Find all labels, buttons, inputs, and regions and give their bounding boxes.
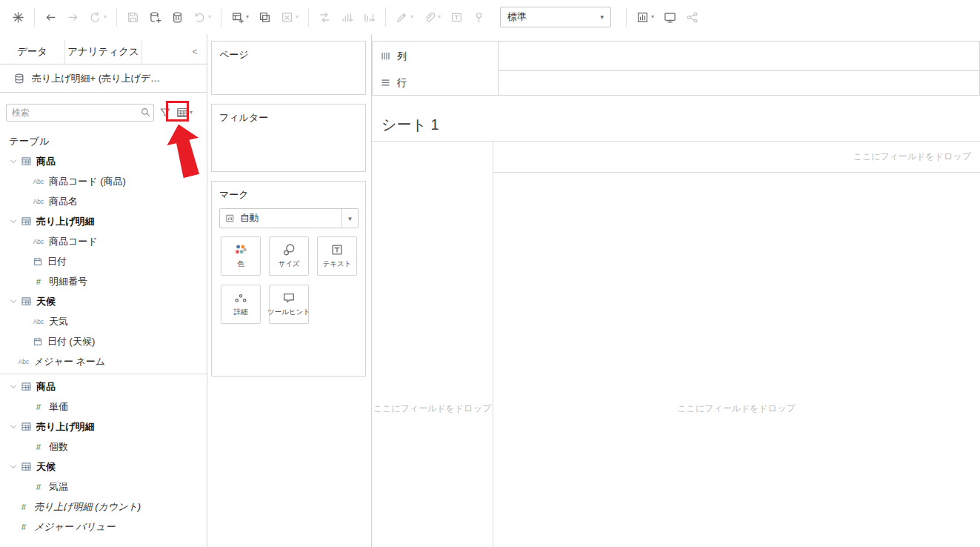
pause-updates-button[interactable] xyxy=(171,11,184,24)
rows-shelf-droparea[interactable] xyxy=(499,70,980,96)
show-hide-cards-button[interactable]: ▾ xyxy=(636,11,654,24)
color-button[interactable]: 色 xyxy=(221,236,261,276)
table-row[interactable]: 天候 xyxy=(0,457,207,477)
group-members-button[interactable]: ▾ xyxy=(423,11,441,24)
field-label: メジャー ネーム xyxy=(34,355,105,368)
drop-hint-columns[interactable]: ここにフィールドをドロップ xyxy=(853,150,971,163)
field-row[interactable]: #単価 xyxy=(0,397,207,417)
mark-type-value: 自動 xyxy=(240,212,341,225)
tab-data[interactable]: データ xyxy=(0,40,65,64)
drop-hint-rows[interactable]: ここにフィールドをドロップ xyxy=(372,402,493,415)
field-row[interactable]: #個数 xyxy=(0,437,207,457)
table-row[interactable]: 売り上げ明細 xyxy=(0,417,207,437)
undo-icon xyxy=(44,11,57,24)
tableau-logo-icon xyxy=(12,11,24,24)
toolbar-separator xyxy=(308,7,309,27)
chevron-down-icon: ▾ xyxy=(601,13,604,21)
table-row[interactable]: 売り上げ明細 xyxy=(0,211,207,231)
tableau-logo-button[interactable] xyxy=(12,11,24,24)
pause-updates-icon xyxy=(171,11,184,24)
sort-ascending-button[interactable] xyxy=(341,11,353,24)
chevron-down-icon[interactable] xyxy=(9,297,18,306)
size-button[interactable]: サイズ xyxy=(269,236,309,276)
table-icon xyxy=(21,421,32,432)
tab-analytics[interactable]: アナリティクス xyxy=(65,40,142,64)
replay-button[interactable]: ▾ xyxy=(89,11,107,24)
field-row[interactable]: Abc商品コード xyxy=(0,231,207,251)
chevron-down-icon: ▾ xyxy=(410,14,413,20)
size-marks-icon xyxy=(282,243,296,256)
run-updates-button[interactable]: ▾ xyxy=(193,11,211,24)
field-label: 売り上げ明細 (カウント) xyxy=(34,500,141,514)
datasource-row[interactable]: 売り上げ明細+ (売り上げデ… xyxy=(0,64,207,93)
mark-button-label: 詳細 xyxy=(234,308,248,317)
text-type-icon: Abc xyxy=(33,316,44,328)
new-worksheet-icon xyxy=(231,11,244,24)
sort-descending-button[interactable] xyxy=(363,11,376,24)
table-row[interactable]: 天候 xyxy=(0,291,207,311)
field-row[interactable]: Abc商品名 xyxy=(0,191,207,211)
tables-heading: テーブル xyxy=(9,135,50,148)
swap-rows-columns-button[interactable] xyxy=(319,11,331,24)
new-datasource-icon xyxy=(149,11,161,24)
field-row[interactable]: #メジャー バリュー xyxy=(0,517,207,537)
mark-type-selector[interactable]: 自動 ▾ xyxy=(219,208,359,228)
columns-shelf-label: 列 xyxy=(372,41,499,71)
fit-selector[interactable]: 標準▾ xyxy=(500,7,611,27)
chevron-down-icon[interactable] xyxy=(9,382,18,391)
duplicate-button[interactable] xyxy=(259,11,271,24)
tableau-app: ▾▾▾▾▾▾標準▾▾ データ アナリティクス < 売り上げ明細+ (売り上げデ…… xyxy=(0,0,980,547)
field-row[interactable]: #売り上げ明細 (カウント) xyxy=(0,497,207,517)
clear-sheet-icon xyxy=(281,11,293,24)
chevron-down-icon: ▾ xyxy=(246,14,249,20)
columns-shelf-text: 列 xyxy=(397,50,407,63)
table-label: 天候 xyxy=(36,460,56,474)
field-row[interactable]: #気温 xyxy=(0,477,207,497)
columns-shelf-droparea[interactable] xyxy=(499,41,980,71)
detail-marks-icon xyxy=(234,291,247,305)
chevron-down-icon[interactable] xyxy=(9,217,18,226)
fix-axes-button[interactable] xyxy=(473,11,485,24)
presentation-mode-button[interactable] xyxy=(664,11,676,24)
field-label: 単価 xyxy=(49,400,68,414)
sheet-title: シート 1 xyxy=(381,114,439,135)
table-row[interactable]: 商品 xyxy=(0,377,207,397)
chevron-down-icon[interactable] xyxy=(9,463,18,471)
pages-shelf[interactable]: ページ xyxy=(211,41,366,95)
highlight-button[interactable]: ▾ xyxy=(396,11,413,24)
drop-hint-pane[interactable]: ここにフィールドをドロップ xyxy=(493,402,980,415)
filters-shelf[interactable]: フィルター xyxy=(211,104,366,172)
collapse-pane-button[interactable]: < xyxy=(183,40,207,64)
number-type-icon: # xyxy=(18,521,30,533)
mark-button-label: テキスト xyxy=(323,259,352,269)
date-type-icon xyxy=(33,337,43,347)
redo-button[interactable] xyxy=(67,11,79,24)
table-icon xyxy=(21,156,32,167)
sort-ascending-icon xyxy=(341,11,353,24)
field-row[interactable]: #明細番号 xyxy=(0,271,207,291)
marks-buttons: 色サイズテキスト詳細ツールヒント xyxy=(221,236,361,324)
chevron-down-icon[interactable] xyxy=(9,422,18,431)
field-row[interactable]: 日付 xyxy=(0,251,207,271)
number-type-icon: # xyxy=(33,401,44,413)
fit-value: 標準 xyxy=(507,10,527,24)
show-mark-labels-button[interactable] xyxy=(450,11,463,24)
search-input[interactable] xyxy=(6,104,154,122)
field-row[interactable]: Abcメジャー ネーム xyxy=(0,351,207,371)
chevron-down-icon[interactable]: ▾ xyxy=(341,209,358,228)
text-button[interactable]: テキスト xyxy=(317,236,357,276)
share-button[interactable] xyxy=(686,11,699,24)
table-label: 商品 xyxy=(36,155,56,168)
save-button[interactable] xyxy=(127,11,139,24)
new-datasource-button[interactable] xyxy=(149,11,161,24)
tooltip-button[interactable]: ツールヒント xyxy=(269,285,309,324)
detail-button[interactable]: 詳細 xyxy=(221,285,261,324)
field-row[interactable]: 日付 (天候) xyxy=(0,331,207,351)
undo-button[interactable] xyxy=(44,11,57,24)
swap-rows-columns-icon xyxy=(319,11,331,24)
tooltip-marks-icon xyxy=(282,291,296,305)
field-row[interactable]: Abc天気 xyxy=(0,311,207,331)
clear-sheet-button[interactable]: ▾ xyxy=(281,11,299,24)
chevron-down-icon[interactable] xyxy=(9,157,18,166)
new-worksheet-button[interactable]: ▾ xyxy=(231,11,249,24)
